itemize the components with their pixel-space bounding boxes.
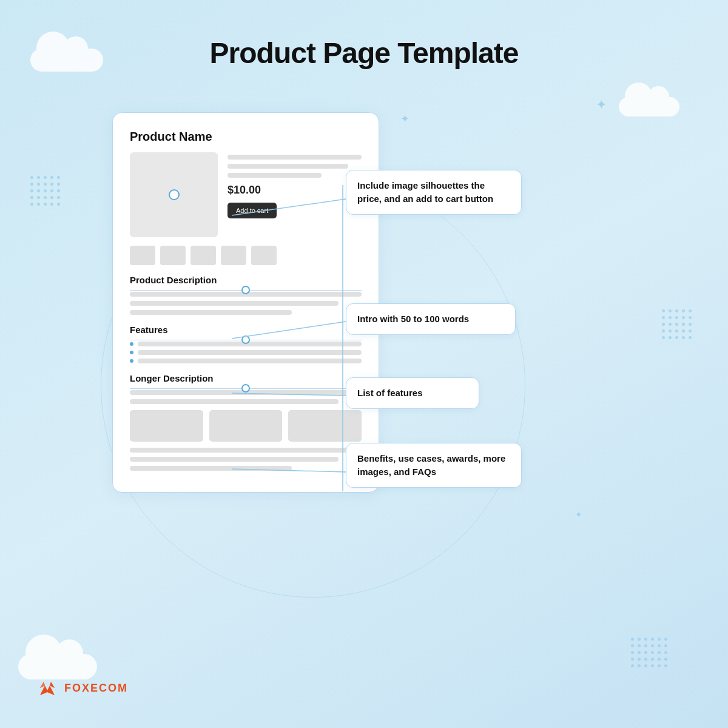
feature-bullet-1 bbox=[130, 342, 133, 346]
dot-grid-bottom-right bbox=[631, 638, 667, 667]
detail-line-1 bbox=[228, 155, 362, 160]
add-to-cart-button[interactable]: Add to cart bbox=[228, 203, 277, 218]
product-image-circle bbox=[169, 189, 180, 200]
logo-area: FOXECOM bbox=[36, 677, 128, 699]
tooltip-1-text: Include image silhouettes the price, and… bbox=[357, 180, 493, 204]
features-connector-dot bbox=[241, 335, 250, 344]
feature-bullet-2 bbox=[130, 351, 133, 354]
longer-desc-img-1 bbox=[130, 410, 203, 442]
tooltip-2-text: Intro with 50 to 100 words bbox=[357, 314, 469, 324]
desc-line-3 bbox=[130, 310, 292, 315]
cloud-top-right bbox=[619, 97, 679, 116]
thumbnail-5 bbox=[251, 246, 277, 265]
longer-desc-img-2 bbox=[209, 410, 283, 442]
template-card: Product Name $10.00 Add to cart Product … bbox=[112, 112, 379, 493]
product-description-header: Product Description bbox=[130, 275, 362, 285]
longer-desc-line-3 bbox=[130, 448, 362, 453]
cloud-bottom-left bbox=[18, 654, 97, 679]
tooltip-1: Include image silhouettes the price, and… bbox=[346, 170, 522, 215]
features-header: Features bbox=[130, 325, 362, 335]
sparkle-1: ✦ bbox=[400, 112, 410, 126]
foxecom-logo-icon bbox=[36, 677, 58, 699]
logo-fox: FOX bbox=[64, 682, 90, 694]
tooltip-4: Benefits, use cases, awards, more images… bbox=[346, 443, 522, 488]
desc-line-2 bbox=[130, 301, 339, 306]
longer-desc-img-3 bbox=[288, 410, 362, 442]
features-connector bbox=[130, 340, 362, 340]
detail-line-2 bbox=[228, 164, 348, 169]
product-top-section: $10.00 Add to cart bbox=[130, 152, 362, 237]
longer-desc-lines-bottom bbox=[130, 448, 362, 471]
feature-line-2 bbox=[138, 350, 362, 355]
sparkle-3: ✦ bbox=[596, 97, 607, 113]
desc-connector-dot bbox=[241, 286, 250, 294]
longer-desc-line-4 bbox=[130, 457, 339, 462]
features-list bbox=[130, 342, 362, 363]
feature-line-3 bbox=[138, 359, 362, 363]
longer-desc-images bbox=[130, 410, 362, 442]
longer-description-header: Longer Description bbox=[130, 373, 362, 383]
tooltip-3-text: List of features bbox=[357, 388, 423, 398]
logo-ecom: ECOM bbox=[90, 682, 128, 694]
longer-desc-connector-dot bbox=[241, 384, 250, 393]
product-details-right: $10.00 Add to cart bbox=[228, 152, 362, 237]
logo-text: FOXECOM bbox=[64, 682, 128, 695]
longer-desc-connector-line bbox=[130, 388, 362, 389]
dot-grid-right bbox=[662, 309, 692, 339]
feature-item-2 bbox=[130, 350, 362, 355]
page-title: Product Page Template bbox=[0, 36, 728, 70]
thumbnail-2 bbox=[160, 246, 186, 265]
desc-connector-line bbox=[130, 290, 362, 291]
feature-line-1 bbox=[138, 342, 362, 346]
svg-marker-5 bbox=[40, 686, 55, 695]
feature-bullet-3 bbox=[130, 359, 133, 363]
longer-desc-line-5 bbox=[130, 466, 292, 471]
tooltip-4-text: Benefits, use cases, awards, more images… bbox=[357, 453, 505, 477]
detail-line-3 bbox=[228, 173, 322, 178]
sparkle-2: ✦ bbox=[575, 510, 582, 519]
feature-item-3 bbox=[130, 359, 362, 363]
price-text: $10.00 bbox=[228, 184, 362, 197]
product-image-placeholder bbox=[130, 152, 218, 237]
features-connector-line bbox=[130, 340, 362, 340]
card-product-name: Product Name bbox=[130, 130, 362, 144]
thumbnail-1 bbox=[130, 246, 155, 265]
thumbnail-3 bbox=[190, 246, 216, 265]
tooltip-2: Intro with 50 to 100 words bbox=[346, 303, 516, 335]
tooltip-3: List of features bbox=[346, 377, 479, 409]
desc-connector bbox=[130, 290, 362, 291]
description-lines bbox=[130, 292, 362, 315]
dot-grid-left bbox=[30, 176, 60, 206]
longer-desc-connector bbox=[130, 388, 362, 389]
longer-desc-line-2 bbox=[130, 399, 339, 404]
thumbnail-4 bbox=[221, 246, 246, 265]
thumbnail-row bbox=[130, 246, 362, 265]
